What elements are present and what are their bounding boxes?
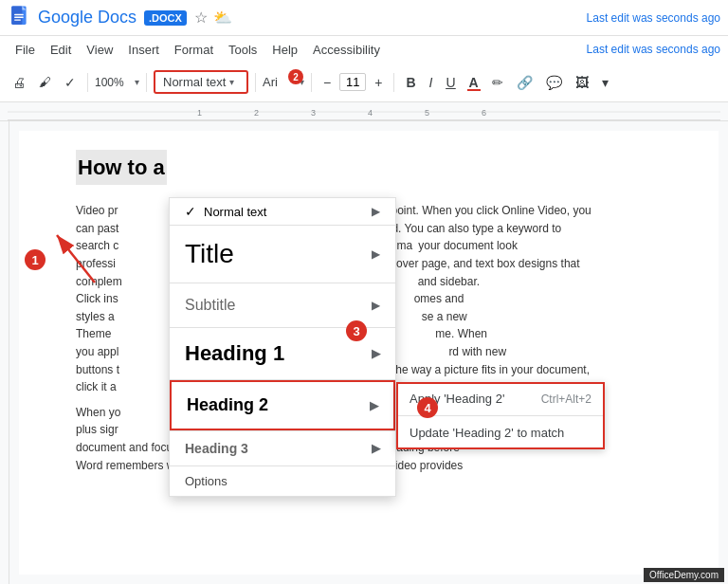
text-color-a: A [469,75,479,90]
text-color-underline [467,89,481,91]
ruler-svg: 1 2 3 4 5 6 [8,102,720,121]
font-size-increase[interactable]: + [370,72,387,93]
check-mark: ✓ [185,204,196,219]
last-edit-menu[interactable]: Last edit was seconds ago [587,43,720,56]
menu-format[interactable]: Format [167,41,221,59]
topbar: Google Docs .DOCX ☆ ⛅ Last edit was seco… [0,0,728,36]
menubar: File Edit View Insert Format Tools Help … [0,36,728,63]
heading3-label: Heading 3 [185,441,248,456]
heading2-label: Heading 2 [187,395,268,415]
heading2-arrow: ▶ [370,399,378,412]
zoom-selector[interactable]: 100% [95,76,131,89]
dropdown-heading2[interactable]: Heading 2 ▶ [170,380,395,430]
update-heading2-label: Update 'Heading 2' to match [410,426,564,440]
step3-badge: 3 [346,320,367,341]
paint-format-btn[interactable]: 🖌 [34,72,56,92]
dropdown-options[interactable]: Options [170,465,395,496]
google-docs-icon [8,5,34,31]
ruler: 1 2 3 4 5 6 [0,102,728,121]
menu-insert[interactable]: Insert [120,41,167,59]
svg-rect-1 [11,6,22,25]
svg-rect-5 [14,19,21,20]
step2-badge: 2 [288,69,303,84]
font-size-decrease[interactable]: − [318,72,336,93]
svg-text:2: 2 [254,108,259,118]
text-color-btn[interactable]: A [464,72,483,93]
doc-heading: How to a [76,150,167,185]
menu-help[interactable]: Help [264,41,305,59]
svg-text:4: 4 [368,108,373,118]
dropdown-heading1[interactable]: Heading 1 ▶ 3 [170,328,395,380]
heading1-arrow: ▶ [372,347,380,360]
document-area[interactable]: How to a Video prxxxxxxxxxxxxxxxxxxxxxxx… [9,121,728,584]
style-dropdown: ✓ Normal text ▶ Title ▶ Subtitle ▶ Headi… [169,197,396,497]
apply-heading2-shortcut: Ctrl+Alt+2 [541,392,592,406]
watermark: OfficeDemy.com [644,568,724,582]
style-selector[interactable]: Normal text ▾ [154,70,248,94]
sidebar-left [0,121,9,584]
menu-edit[interactable]: Edit [43,41,79,59]
main-area: How to a Video prxxxxxxxxxxxxxxxxxxxxxxx… [0,121,728,584]
title-label: Title [185,239,234,269]
svg-text:6: 6 [482,108,486,118]
step4-badge: 4 [417,397,438,418]
options-label: Options [185,474,228,488]
app-title: Google Docs [38,8,136,27]
menu-view[interactable]: View [79,41,120,59]
bold-btn[interactable]: B [401,72,420,93]
dropdown-normal-text[interactable]: ✓ Normal text ▶ [170,198,395,225]
font-selector-wrapper: Ari 2 [263,75,296,89]
svg-rect-3 [14,13,24,14]
heading3-arrow: ▶ [372,442,380,455]
cloud-icon[interactable]: ⛅ [213,9,232,27]
spell-check-btn[interactable]: ✓ [60,72,81,93]
comment-btn[interactable]: 💬 [541,72,567,93]
more-btn[interactable]: ▾ [597,72,613,93]
style-selector-arrow: ▾ [229,77,234,87]
svg-text:1: 1 [197,108,202,118]
sep5 [393,73,394,92]
dropdown-title[interactable]: Title ▶ [170,225,395,283]
docx-badge: .DOCX [144,10,187,26]
step1-badge: 1 [25,249,46,270]
svg-text:5: 5 [425,108,429,118]
normal-arrow: ▶ [372,205,380,218]
heading1-label: Heading 1 [185,341,284,366]
star-icon[interactable]: ☆ [194,9,208,27]
sep4 [311,73,312,92]
svg-rect-4 [14,16,24,17]
link-btn[interactable]: 🔗 [512,72,537,93]
title-arrow: ▶ [372,247,380,261]
sep1 [87,73,88,92]
menu-accessibility[interactable]: Accessibility [305,41,388,59]
image-btn[interactable]: 🖼 [571,72,593,93]
menu-tools[interactable]: Tools [221,41,264,59]
italic-btn[interactable]: I [425,72,438,93]
last-edit[interactable]: Last edit was seconds ago [587,11,720,25]
underline-btn[interactable]: U [441,72,460,93]
normal-text-label: Normal text [204,205,372,219]
update-heading2-btn[interactable]: Update 'Heading 2' to match [398,418,603,447]
style-selector-text: Normal text [163,75,226,89]
dropdown-heading3[interactable]: Heading 3 ▶ [170,430,395,465]
print-btn[interactable]: 🖨 [8,72,30,93]
menu-file[interactable]: File [8,41,43,59]
highlight-btn[interactable]: ✏ [487,72,508,93]
svg-text:3: 3 [311,108,316,118]
subtitle-label: Subtitle [185,297,235,314]
subtitle-arrow: ▶ [372,299,380,312]
toolbar: 🖨 🖌 ✓ 100% ▾ Normal text ▾ Ari 2 ▾ − 11 … [0,63,728,102]
font-size-input[interactable]: 11 [339,73,366,91]
sep3 [255,73,256,92]
sep2 [146,73,147,92]
zoom-arrow[interactable]: ▾ [135,77,139,87]
